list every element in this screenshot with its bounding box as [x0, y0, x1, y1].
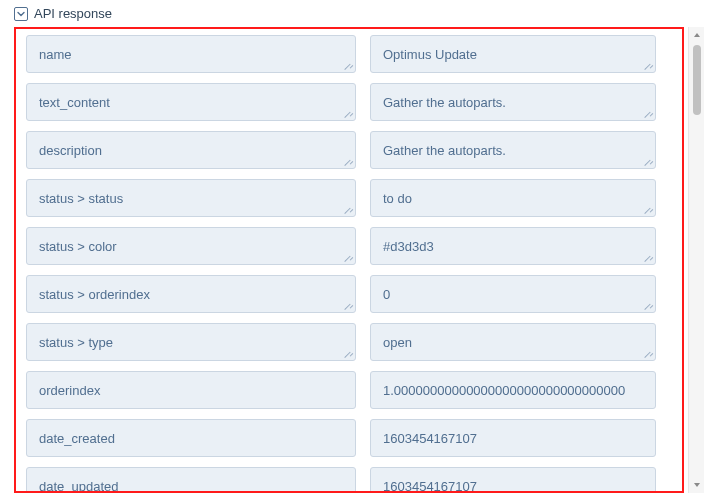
section-header: API response: [0, 0, 726, 27]
resize-handle-icon[interactable]: [345, 206, 353, 214]
resize-handle-icon[interactable]: [345, 302, 353, 310]
highlight-box: nameOptimus Updatetext_contentGather the…: [14, 27, 684, 493]
field-key[interactable]: name: [26, 35, 356, 73]
response-rows: nameOptimus Updatetext_contentGather the…: [16, 29, 682, 493]
scroll-thumb[interactable]: [693, 45, 701, 115]
collapse-toggle[interactable]: [14, 7, 28, 21]
response-row: status > color#d3d3d3: [26, 227, 672, 265]
field-key[interactable]: text_content: [26, 83, 356, 121]
field-key[interactable]: description: [26, 131, 356, 169]
field-value[interactable]: 1603454167107: [370, 467, 656, 493]
scroll-down-arrow[interactable]: [689, 477, 704, 493]
field-key[interactable]: status > status: [26, 179, 356, 217]
resize-handle-icon[interactable]: [645, 110, 653, 118]
field-key[interactable]: orderindex: [26, 371, 356, 409]
body-wrap: nameOptimus Updatetext_contentGather the…: [0, 27, 726, 493]
field-value[interactable]: 0: [370, 275, 656, 313]
field-value[interactable]: Optimus Update: [370, 35, 656, 73]
resize-handle-icon[interactable]: [645, 254, 653, 262]
response-row: descriptionGather the autoparts.: [26, 131, 672, 169]
field-key[interactable]: status > color: [26, 227, 356, 265]
resize-handle-icon[interactable]: [345, 62, 353, 70]
field-value[interactable]: #d3d3d3: [370, 227, 656, 265]
resize-handle-icon[interactable]: [345, 110, 353, 118]
resize-handle-icon[interactable]: [645, 206, 653, 214]
section-title: API response: [34, 6, 112, 21]
resize-handle-icon[interactable]: [645, 302, 653, 310]
resize-handle-icon[interactable]: [345, 158, 353, 166]
response-row: date_created1603454167107: [26, 419, 672, 457]
scrollbar[interactable]: [688, 27, 704, 493]
field-key[interactable]: status > type: [26, 323, 356, 361]
response-row: text_contentGather the autoparts.: [26, 83, 672, 121]
chevron-down-icon: [17, 10, 25, 18]
response-row: orderindex1.0000000000000000000000000000…: [26, 371, 672, 409]
response-row: status > statusto do: [26, 179, 672, 217]
field-value[interactable]: to do: [370, 179, 656, 217]
field-key[interactable]: status > orderindex: [26, 275, 356, 313]
response-row: status > orderindex0: [26, 275, 672, 313]
field-value[interactable]: Gather the autoparts.: [370, 83, 656, 121]
scroll-up-arrow[interactable]: [689, 27, 704, 43]
resize-handle-icon[interactable]: [345, 350, 353, 358]
response-row: status > typeopen: [26, 323, 672, 361]
triangle-down-icon: [693, 481, 701, 489]
response-row: nameOptimus Update: [26, 35, 672, 73]
resize-handle-icon[interactable]: [645, 158, 653, 166]
field-key[interactable]: date_created: [26, 419, 356, 457]
field-value[interactable]: 1.00000000000000000000000000000000: [370, 371, 656, 409]
triangle-up-icon: [693, 31, 701, 39]
field-value[interactable]: 1603454167107: [370, 419, 656, 457]
resize-handle-icon[interactable]: [645, 62, 653, 70]
response-row: date_updated1603454167107: [26, 467, 672, 493]
resize-handle-icon[interactable]: [645, 350, 653, 358]
field-value[interactable]: open: [370, 323, 656, 361]
scroll-track[interactable]: [689, 43, 704, 477]
resize-handle-icon[interactable]: [345, 254, 353, 262]
field-key[interactable]: date_updated: [26, 467, 356, 493]
field-value[interactable]: Gather the autoparts.: [370, 131, 656, 169]
